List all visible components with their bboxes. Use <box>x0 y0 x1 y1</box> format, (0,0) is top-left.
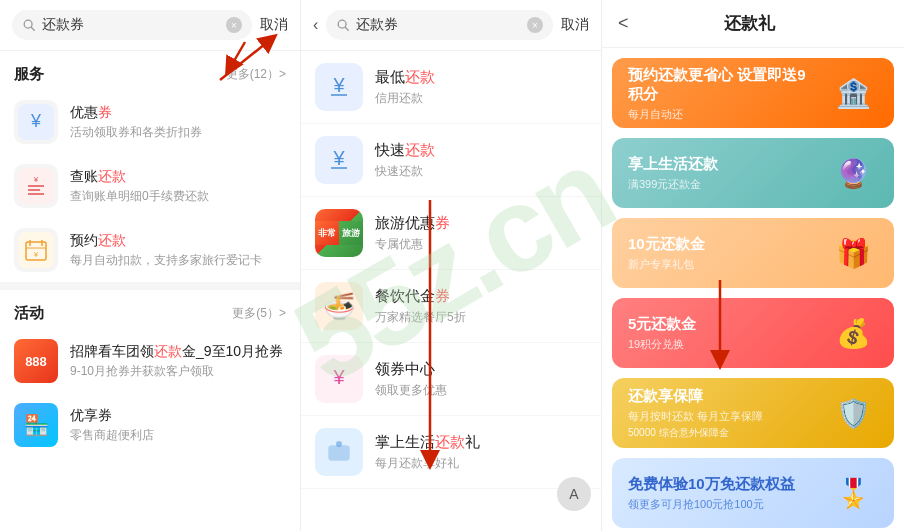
panel-3: < 还款礼 预约还款更省心 设置即送9积分 每月自动还 🏦 享上生活还款 满39… <box>602 0 904 531</box>
result-caiyin[interactable]: 🍜 餐饮代金券 万家精选餐厅5折 <box>301 270 601 343</box>
result-zhangshang[interactable]: 掌上生活还款礼 每月还款享好礼 <box>301 416 601 489</box>
list-item-youhuiquan[interactable]: ¥ 优惠券 活动领取券和各类折扣券 <box>0 90 300 154</box>
youxiang-desc: 零售商超便利店 <box>70 427 286 444</box>
chahang-title: 查账还款 <box>70 167 286 187</box>
activity-youxiang[interactable]: 🏪 优享券 零售商超便利店 <box>0 393 300 457</box>
yuyue-desc: 每月自动扣款，支持多家旅行爱记卡 <box>70 252 286 269</box>
card-10yuan[interactable]: 10元还款金 新户专享礼包 🎁 <box>612 218 894 288</box>
panel3-header: < 还款礼 <box>602 0 904 48</box>
card-10yuan-img: 🎁 <box>828 228 878 278</box>
panel3-content: 预约还款更省心 设置即送9积分 每月自动还 🏦 享上生活还款 满399元还款金 … <box>602 48 904 531</box>
divider-1 <box>0 282 300 290</box>
result-lingquan[interactable]: ¥ 领券中心 领取更多优惠 <box>301 343 601 416</box>
activities-more[interactable]: 更多(5）> <box>232 305 286 322</box>
card-xiangs[interactable]: 享上生活还款 满399元还款金 🔮 <box>612 138 894 208</box>
back-icon-2[interactable]: ‹ <box>313 16 318 34</box>
yuyue-icon: ¥ <box>14 228 58 272</box>
card-mianfei-img: 🎖️ <box>828 468 878 518</box>
services-label: 服务 <box>14 65 44 84</box>
zhangshang-icon <box>315 428 363 476</box>
luyou-icon: 非常 旅游 <box>315 209 363 257</box>
card-xiangs-img: 🔮 <box>828 148 878 198</box>
svg-rect-22 <box>329 446 349 460</box>
zhangshang-title: 掌上生活还款礼 <box>375 433 587 452</box>
card-baozhang-sub: 每月按时还款 每月立享保障 <box>628 409 818 424</box>
svg-point-23 <box>336 441 342 447</box>
card-yuyue-sub: 每月自动还 <box>628 107 818 122</box>
card-10yuan-title: 10元还款金 <box>628 234 818 254</box>
caiyin-content: 餐饮代金券 万家精选餐厅5折 <box>375 287 587 326</box>
panel3-back-icon[interactable]: < <box>618 13 629 34</box>
chahang-desc: 查询账单明细0手续费还款 <box>70 188 286 205</box>
card-5yuan[interactable]: 5元还款金 19积分兑换 💰 <box>612 298 894 368</box>
card-mianfei[interactable]: 免费体验10万免还款权益 领更多可月抢100元抢100元 🎖️ <box>612 458 894 528</box>
search-clear-1[interactable]: × <box>226 17 242 33</box>
search-box-2[interactable]: 还款券 × <box>326 10 553 40</box>
search-icon <box>22 18 36 32</box>
card-xiangs-title: 享上生活还款 <box>628 154 818 174</box>
svg-text:¥: ¥ <box>33 250 39 259</box>
panel2-scroll: ¥ 最低还款 信用还款 ¥ 快速还款 快速还款 <box>301 51 601 531</box>
card-yuyue[interactable]: 预约还款更省心 设置即送9积分 每月自动还 🏦 <box>612 58 894 128</box>
card-baozhang-img: 🛡️ <box>828 388 878 438</box>
youhuiquan-desc: 活动领取券和各类折扣券 <box>70 124 286 141</box>
card-baozhang[interactable]: 还款享保障 每月按时还款 每月立享保障 50000 综合意外保障金 🛡️ <box>612 378 894 448</box>
zuidi-content: 最低还款 信用还款 <box>375 68 587 107</box>
luyou-desc: 专属优惠 <box>375 236 587 253</box>
zhaopai-icon: 888 <box>14 339 58 383</box>
result-zuidi[interactable]: ¥ 最低还款 信用还款 <box>301 51 601 124</box>
kuaisu-desc: 快速还款 <box>375 163 587 180</box>
card-mianfei-title: 免费体验10万免还款权益 <box>628 474 818 494</box>
services-more[interactable]: 更多(12）> <box>226 66 286 83</box>
search-bar-2: ‹ 还款券 × 取消 <box>301 0 601 51</box>
search-query-1: 还款券 <box>42 16 220 34</box>
caiyin-desc: 万家精选餐厅5折 <box>375 309 587 326</box>
card-baozhang-title: 还款享保障 <box>628 386 818 406</box>
chahang-icon: ¥ <box>14 164 58 208</box>
search-cancel-2[interactable]: 取消 <box>561 16 589 34</box>
float-button-label: A <box>569 486 578 502</box>
card-xiangs-sub: 满399元还款金 <box>628 177 818 192</box>
panel-1: 还款券 × 取消 服务 更多(12）> ¥ 优惠券 活动领取券和各类折扣券 <box>0 0 301 531</box>
activity-zhaopai[interactable]: 888 招牌看车团领还款金_9至10月抢券 9-10月抢券并获款客户领取 <box>0 329 300 393</box>
lingquan-content: 领券中心 领取更多优惠 <box>375 360 587 399</box>
lingquan-title: 领券中心 <box>375 360 587 379</box>
zhaopai-content: 招牌看车团领还款金_9至10月抢券 9-10月抢券并获款客户领取 <box>70 342 286 380</box>
card-yuyue-title: 预约还款更省心 设置即送9积分 <box>628 65 818 104</box>
list-item-chahang[interactable]: ¥ 查账还款 查询账单明细0手续费还款 <box>0 154 300 218</box>
lingquan-desc: 领取更多优惠 <box>375 382 587 399</box>
svg-text:¥: ¥ <box>33 175 39 184</box>
youhuiquan-content: 优惠券 活动领取券和各类折扣券 <box>70 103 286 141</box>
svg-text:¥: ¥ <box>332 366 345 388</box>
search-icon-2 <box>336 18 350 32</box>
card-5yuan-sub: 19积分兑换 <box>628 337 818 352</box>
search-cancel-1[interactable]: 取消 <box>260 16 288 34</box>
result-luyou[interactable]: 非常 旅游 旅游优惠券 专属优惠 <box>301 197 601 270</box>
lingquan-icon: ¥ <box>315 355 363 403</box>
list-item-yuyue[interactable]: ¥ 预约还款 每月自动扣款，支持多家旅行爱记卡 <box>0 218 300 282</box>
svg-text:¥: ¥ <box>332 147 345 169</box>
search-box-1[interactable]: 还款券 × <box>12 10 252 40</box>
search-clear-2[interactable]: × <box>527 17 543 33</box>
zhaopai-desc: 9-10月抢券并获款客户领取 <box>70 363 286 380</box>
float-button[interactable]: A <box>557 477 591 511</box>
panel-2: ‹ 还款券 × 取消 ¥ 最低还款 信用还款 <box>301 0 602 531</box>
activities-label: 活动 <box>14 304 44 323</box>
yuyue-content: 预约还款 每月自动扣款，支持多家旅行爱记卡 <box>70 231 286 269</box>
zhaopai-icon-label: 888 <box>25 354 47 369</box>
kuaisu-content: 快速还款 快速还款 <box>375 141 587 180</box>
svg-line-1 <box>31 27 34 30</box>
card-yuyue-img: 🏦 <box>828 68 878 118</box>
svg-text:¥: ¥ <box>332 74 345 96</box>
chahang-content: 查账还款 查询账单明细0手续费还款 <box>70 167 286 205</box>
card-5yuan-img: 💰 <box>828 308 878 358</box>
result-kuaisu[interactable]: ¥ 快速还款 快速还款 <box>301 124 601 197</box>
card-10yuan-text: 10元还款金 新户专享礼包 <box>628 234 818 272</box>
youhuiquan-icon: ¥ <box>14 100 58 144</box>
youxiang-title: 优享券 <box>70 406 286 426</box>
card-yuyue-text: 预约还款更省心 设置即送9积分 每月自动还 <box>628 65 818 122</box>
card-5yuan-title: 5元还款金 <box>628 314 818 334</box>
services-section-header: 服务 更多(12）> <box>0 51 300 90</box>
card-xiangs-text: 享上生活还款 满399元还款金 <box>628 154 818 192</box>
zuidi-desc: 信用还款 <box>375 90 587 107</box>
